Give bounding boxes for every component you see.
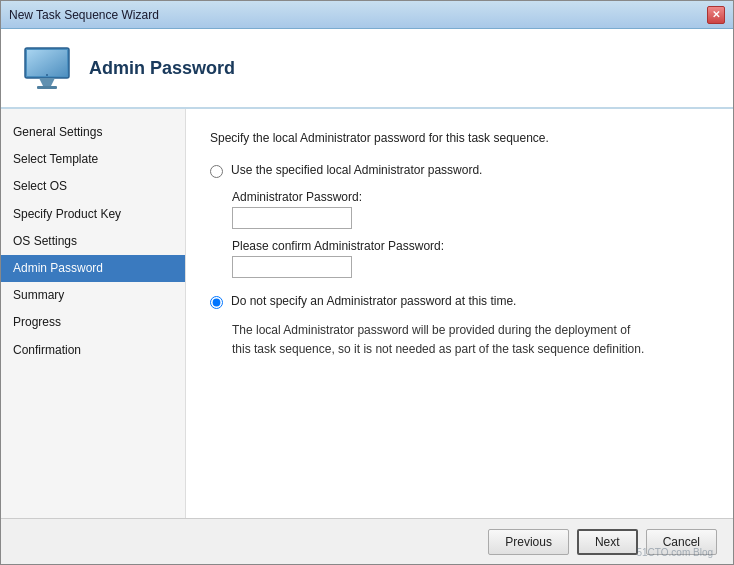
svg-rect-4: [37, 86, 57, 89]
field2-label: Please confirm Administrator Password:: [232, 239, 709, 253]
title-bar: New Task Sequence Wizard ✕: [1, 1, 733, 29]
admin-password-input[interactable]: [232, 207, 352, 229]
svg-marker-3: [39, 78, 55, 86]
confirm-password-input[interactable]: [232, 256, 352, 278]
sidebar-item-select-os[interactable]: Select OS: [1, 173, 185, 200]
window-title: New Task Sequence Wizard: [9, 8, 159, 22]
sidebar-item-select-template[interactable]: Select Template: [1, 146, 185, 173]
previous-button[interactable]: Previous: [488, 529, 569, 555]
sidebar-item-confirmation[interactable]: Confirmation: [1, 337, 185, 364]
next-button[interactable]: Next: [577, 529, 638, 555]
computer-icon: [21, 42, 73, 94]
header-area: Admin Password: [1, 29, 733, 109]
option1-radio[interactable]: [210, 165, 223, 178]
option2-label[interactable]: Do not specify an Administrator password…: [231, 294, 516, 308]
option1-label[interactable]: Use the specified local Administrator pa…: [231, 163, 482, 177]
wizard-window: New Task Sequence Wizard ✕ Admin Passwor…: [0, 0, 734, 565]
sidebar-item-progress[interactable]: Progress: [1, 309, 185, 336]
password-fields: Administrator Password: Please confirm A…: [232, 190, 709, 278]
watermark: 51CTO.com Blog: [636, 547, 713, 558]
field1-label: Administrator Password:: [232, 190, 709, 204]
page-title: Admin Password: [89, 58, 235, 79]
sidebar-item-specify-product-key[interactable]: Specify Product Key: [1, 201, 185, 228]
close-button[interactable]: ✕: [707, 6, 725, 24]
option1-radio-group: Use the specified local Administrator pa…: [210, 163, 709, 178]
option2-radio-group: Do not specify an Administrator password…: [210, 294, 709, 309]
svg-point-5: [46, 74, 48, 76]
main-content: Specify the local Administrator password…: [186, 109, 733, 518]
sidebar-item-admin-password[interactable]: Admin Password: [1, 255, 185, 282]
description-text: Specify the local Administrator password…: [210, 129, 709, 147]
svg-rect-2: [27, 50, 67, 76]
option2-radio[interactable]: [210, 296, 223, 309]
sidebar-item-os-settings[interactable]: OS Settings: [1, 228, 185, 255]
sidebar: General Settings Select Template Select …: [1, 109, 186, 518]
sidebar-item-general-settings[interactable]: General Settings: [1, 119, 185, 146]
sidebar-item-summary[interactable]: Summary: [1, 282, 185, 309]
content-area: General Settings Select Template Select …: [1, 109, 733, 518]
option2-note: The local Administrator password will be…: [232, 321, 652, 359]
footer: Previous Next Cancel 51CTO.com Blog: [1, 518, 733, 564]
